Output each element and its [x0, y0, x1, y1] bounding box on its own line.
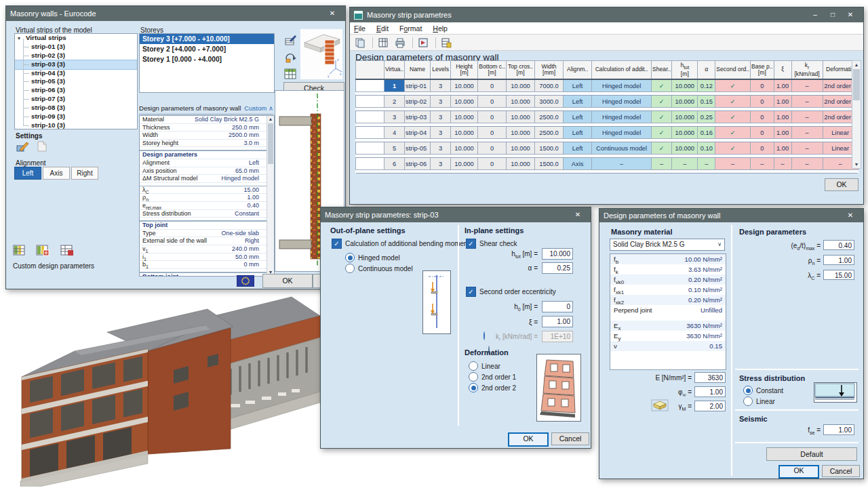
cell[interactable]: 0.10 — [698, 142, 715, 155]
cell[interactable]: strip-02 — [405, 96, 431, 108]
cell[interactable]: Left — [564, 142, 592, 155]
cell[interactable]: 0.25 — [698, 111, 715, 123]
htot-input[interactable]: 10.000 — [542, 248, 573, 260]
copy-icon[interactable] — [353, 37, 368, 49]
d3-close-button[interactable]: ✕ — [569, 207, 587, 222]
calc-bending-checkbox[interactable]: ✓ Calculation of additional bending mome… — [332, 239, 473, 249]
d3-titlebar[interactable]: Masonry strip parametres: strip-03 ✕ — [321, 207, 591, 222]
cell[interactable]: 1 — [384, 79, 405, 92]
row-selector[interactable] — [356, 142, 384, 155]
cell[interactable]: 10.000 — [507, 79, 535, 92]
cell[interactable]: 10.000 — [507, 158, 535, 170]
cell[interactable]: 10.000 — [507, 111, 535, 123]
cell[interactable]: 0.15 — [698, 96, 715, 108]
cell[interactable]: – — [698, 158, 715, 170]
tree-item-strip-03[interactable]: strip-03 (3) — [15, 60, 137, 69]
cell[interactable]: – — [715, 158, 751, 170]
cell[interactable]: Left — [564, 127, 592, 139]
storey-item[interactable]: Storey 2 [+4.000 - +7.000] — [140, 44, 274, 54]
d4-ok-button[interactable]: OK — [778, 465, 819, 479]
cell[interactable]: 3000.0 — [535, 96, 564, 108]
stress-option-1[interactable]: Constant — [743, 385, 783, 396]
cell[interactable]: 10.000 — [451, 96, 478, 108]
cell[interactable]: – — [791, 158, 823, 170]
cell[interactable]: strip-04 — [405, 127, 431, 139]
menu-item[interactable]: Help — [433, 24, 448, 33]
stress-option-2[interactable]: Linear — [743, 396, 783, 407]
cell[interactable]: – — [791, 142, 823, 155]
cell[interactable]: 2 — [384, 96, 405, 108]
tree-item-strip-07[interactable]: strip-07 (3) — [15, 95, 137, 104]
tree-item-strip-10[interactable]: strip-10 (3) — [15, 121, 137, 129]
cell[interactable]: 0 — [478, 158, 507, 170]
cell[interactable]: 0.16 — [698, 127, 715, 139]
cell[interactable]: 10.000 — [672, 96, 698, 108]
kr-input[interactable]: 1E+10 — [542, 331, 573, 342]
edit-settings-icon[interactable] — [16, 140, 31, 152]
cell[interactable]: ✓ — [652, 79, 672, 92]
lambda-input[interactable]: 15.00 — [823, 270, 854, 280]
cell[interactable]: 0 — [478, 111, 507, 123]
row-selector[interactable] — [356, 96, 384, 108]
tree-item-strip-06[interactable]: strip-06 (3) — [15, 86, 137, 95]
e-input[interactable]: 3630 — [694, 372, 726, 383]
tree-item-strip-08[interactable]: strip-08 (3) — [15, 104, 137, 113]
cell[interactable]: 2500.0 — [535, 111, 564, 123]
cell[interactable]: Axis — [564, 158, 592, 170]
w1-ok-button[interactable]: OK — [262, 274, 313, 288]
tree-root-item[interactable]: ▾Virtual strips — [15, 34, 137, 43]
cell[interactable]: 3 — [431, 158, 451, 170]
cell[interactable]: ✓ — [715, 96, 751, 108]
cell[interactable]: 2500.0 — [535, 127, 564, 139]
cell[interactable]: 1500.0 — [535, 158, 564, 170]
cell[interactable]: ✓ — [652, 96, 672, 108]
default-button[interactable]: Default — [766, 447, 857, 461]
edt-input[interactable]: 0.40 — [823, 240, 854, 250]
cell[interactable]: 6 — [384, 158, 405, 170]
cell[interactable]: – — [592, 158, 652, 170]
table-view-icon[interactable] — [376, 37, 391, 49]
cell[interactable]: 1.00 — [774, 127, 791, 139]
cell[interactable]: ✓ — [715, 111, 751, 123]
cell[interactable]: ✓ — [715, 142, 751, 155]
cell[interactable]: 3 — [431, 142, 451, 155]
phi-input[interactable]: 1.00 — [694, 386, 726, 397]
cell[interactable]: ✓ — [715, 79, 751, 92]
cell[interactable]: 3 — [431, 127, 451, 139]
cell[interactable]: – — [672, 158, 698, 170]
xi-input[interactable]: 1.00 — [542, 316, 573, 327]
cell[interactable]: Hinged model — [592, 111, 652, 123]
cell[interactable]: 0 — [478, 127, 507, 139]
cell[interactable]: 10.000 — [672, 142, 698, 155]
table-check-icon[interactable] — [13, 245, 26, 256]
tree-item-strip-09[interactable]: strip-09 (3) — [15, 113, 137, 121]
cell[interactable]: 10.000 — [451, 127, 478, 139]
h0-input[interactable]: 0 — [542, 301, 573, 312]
w2-maximize-button[interactable]: □ — [824, 7, 842, 22]
print-icon[interactable] — [393, 37, 408, 49]
cell[interactable]: – — [774, 158, 791, 170]
gamma-input[interactable]: 2.00 — [694, 401, 726, 411]
cell[interactable]: 10.000 — [507, 96, 535, 108]
row-selector[interactable] — [356, 111, 384, 123]
national-annex-eu-flag[interactable] — [237, 275, 254, 287]
grid-icon[interactable] — [284, 68, 298, 80]
tree-item-strip-05[interactable]: strip-05 (3) — [15, 77, 137, 86]
cell[interactable]: – — [652, 158, 672, 170]
d4-titlebar[interactable]: Design parameters of masonry wall ✕ — [599, 209, 863, 222]
cell[interactable]: 10.000 — [672, 79, 698, 92]
w2-ok-button[interactable]: OK — [825, 178, 859, 191]
menu-item[interactable]: Edit — [376, 24, 389, 33]
cell[interactable]: ✓ — [652, 142, 672, 155]
export-icon[interactable] — [416, 37, 431, 49]
cell[interactable]: – — [791, 111, 823, 123]
cell[interactable]: strip-05 — [405, 142, 431, 155]
cell[interactable]: 0 — [478, 142, 507, 155]
alignment-option-right[interactable]: Right — [71, 167, 98, 180]
d4-close-button[interactable]: ✕ — [842, 208, 859, 223]
shear-check-checkbox[interactable]: ✓ Shear check — [466, 239, 517, 249]
cell[interactable]: ✓ — [715, 127, 751, 139]
cell[interactable]: Left — [564, 96, 592, 108]
cell[interactable]: 1.00 — [774, 111, 791, 123]
d3-cancel-button[interactable]: Cancel — [551, 432, 589, 445]
